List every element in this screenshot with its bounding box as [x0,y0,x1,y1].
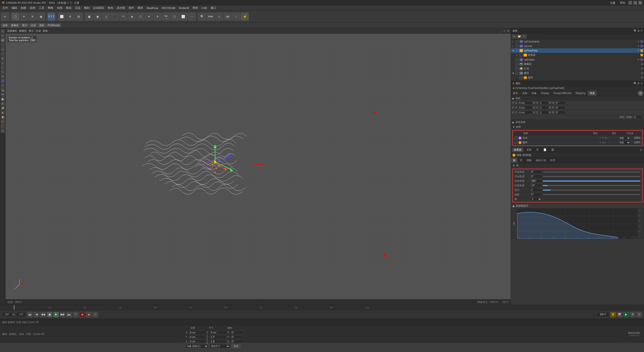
colorremap-radio[interactable]: ◉ [512,205,515,207]
menu-sculpt[interactable]: 雕刻 [83,6,91,10]
menu-animation[interactable]: 动画 [55,6,64,10]
lower-tab-effector[interactable]: 效果器 [512,148,524,152]
material-btn[interactable]: ◻ [171,13,179,21]
qr-btn[interactable]: QR [224,13,232,21]
view-prorender-btn[interactable]: ProRender [46,23,61,27]
tool-rect[interactable]: ▭ [1,47,5,51]
tool-lasso[interactable]: ⋯ [1,52,5,56]
cube-btn[interactable]: ▣ [85,13,93,21]
eff-check-text[interactable]: ✓ [514,137,517,140]
help-menu[interactable]: 兴趣 [608,1,617,5]
view-select-btn[interactable]: 选择 [1,23,9,28]
tl-to-end[interactable]: ⏭ [66,312,72,317]
lower-tab2-width[interactable]: 宽 [518,158,525,163]
menu-tools[interactable]: 工具 [37,6,46,10]
scene-item-camera[interactable]: ✓ 📷 摄像机 👁 [511,62,644,66]
tab-display[interactable]: Display [539,91,551,96]
tool-arrow[interactable]: ↖ [1,29,5,33]
field-slider-sa1[interactable] [543,171,640,172]
coord-y-size[interactable] [210,335,226,339]
lasso-btn[interactable]: ≋ [66,13,74,21]
tl-xparticles-btn[interactable]: ⚡ [610,312,616,317]
tool-scale[interactable]: ⤡ [1,70,5,74]
field-slider-offset[interactable] [543,194,640,195]
cone-btn[interactable]: △ [102,13,110,21]
maximize-btn[interactable]: □ [633,1,637,5]
scene-eye-light[interactable]: 👁 [641,68,643,70]
floor-btn[interactable]: ⬜ [179,13,187,21]
psr-btn[interactable]: PSR [207,13,215,21]
view-display-btn[interactable]: 显示 [21,23,29,28]
viewport-select[interactable]: 选摄像机 [7,29,17,33]
tool-cross[interactable]: ✕ [1,34,5,38]
coord-size-mode[interactable]: 绝对尺寸 [210,344,230,348]
scene-arrow-btn[interactable]: ↑ [522,34,527,38]
point-mode-btn[interactable]: ◉ [37,13,45,21]
lower-tab-c[interactable]: C [535,148,541,152]
tool-knife[interactable]: 🔪 [1,88,5,92]
input-rb[interactable] [555,111,565,114]
tool-anim[interactable]: ▶ [1,111,5,115]
scene-check-4[interactable]: ✓ [519,54,522,57]
tool-live[interactable]: L [1,61,5,65]
input-rp[interactable] [555,106,565,109]
light-btn[interactable]: ☀ [153,13,162,21]
input-px[interactable] [518,101,532,105]
lower-tab-doc[interactable]: 📄 [541,148,549,152]
minimize-btn[interactable]: ─ [628,1,632,5]
tool-s[interactable]: S [1,79,5,83]
tab-coord[interactable]: 坐标 [520,91,530,96]
tl-to-start[interactable]: ⏮ [27,312,33,317]
tl-play-back[interactable]: ◀◀ [40,312,46,317]
scene-search-icon[interactable]: 🔍 [634,29,637,32]
viewport[interactable]: 选摄像机 摄像机 显示 过滤 面板 _ □ ✕ [6,28,511,305]
coord-hpb-input[interactable] [634,115,642,119]
scene-check-light[interactable]: ✓ [515,67,518,70]
viewport-minimize[interactable]: _ [500,29,502,32]
menu-plugins[interactable]: 插件 [127,6,136,10]
tool-3d[interactable]: 3D [1,38,5,42]
menu-simulate[interactable]: 模拟 [64,6,73,10]
field-input-offset[interactable] [531,193,542,196]
coord-z-size[interactable] [210,340,226,343]
tool-key[interactable]: 🔑 [1,106,5,110]
particles-btn[interactable]: ⋯ [188,13,196,21]
scene-eye-5[interactable]: 👁 [637,59,639,61]
input-sy[interactable] [539,106,548,109]
menu-insydium[interactable]: INSYDIUM [160,6,177,10]
eff-check-torus[interactable]: ✓ [514,141,517,144]
model-mode-btn[interactable]: ⬡ [11,13,19,21]
tab-pipeline[interactable]: 管道 [588,91,597,96]
tab-basic[interactable]: 基本 [511,91,520,96]
polygon-mode-btn[interactable]: ✦ [20,13,28,21]
tool-eye[interactable]: 👁 [1,93,5,97]
coord-apply-btn[interactable]: 应用 [231,344,240,348]
menu-motion[interactable]: 运动跟踪 [92,6,106,10]
tl-cache-btn[interactable]: 📦 [617,312,622,317]
scene-eye-torus[interactable]: 👁 [641,77,643,79]
lower-align-right[interactable]: ⊡ [639,148,643,151]
tl-extra-btn[interactable]: ☰ [636,312,642,317]
scene-check-torus[interactable]: ✓ [519,76,522,79]
tool-snap[interactable]: ⊕ [1,102,5,106]
effector-item-torus[interactable]: ✓ 圆环 ✓ ⊙ ○ 强度 100% [513,140,641,145]
field-input-ea2[interactable] [531,184,542,187]
viewport-close-icon[interactable]: ✕ [507,29,509,32]
tool-move[interactable]: ↔ [1,65,5,69]
tl-play-fwd[interactable]: ▶▶ [60,312,65,317]
tool-extra1[interactable]: ≡ [1,120,5,124]
scene-close-icon[interactable]: ✕ [640,29,642,32]
viewport-maximize[interactable]: □ [504,29,505,32]
menu-help[interactable]: 帮助 [191,6,199,10]
lower-tab2-source[interactable]: 源 [511,158,518,163]
eff-blend-torus[interactable]: 强度 [618,141,631,144]
spline-btn[interactable]: 〜 [119,13,127,21]
edge-mode-btn[interactable]: ✕ [28,13,36,21]
coord-z-rot[interactable] [231,340,244,343]
scene-check-2[interactable]: ✓ [515,45,518,48]
viewport-cam[interactable]: 摄像机 [19,29,27,33]
input-rh[interactable] [555,101,565,105]
undo-btn[interactable]: ↩ [1,13,9,21]
coord-z-pos[interactable] [189,340,206,343]
field-input-sa1[interactable] [531,170,542,174]
